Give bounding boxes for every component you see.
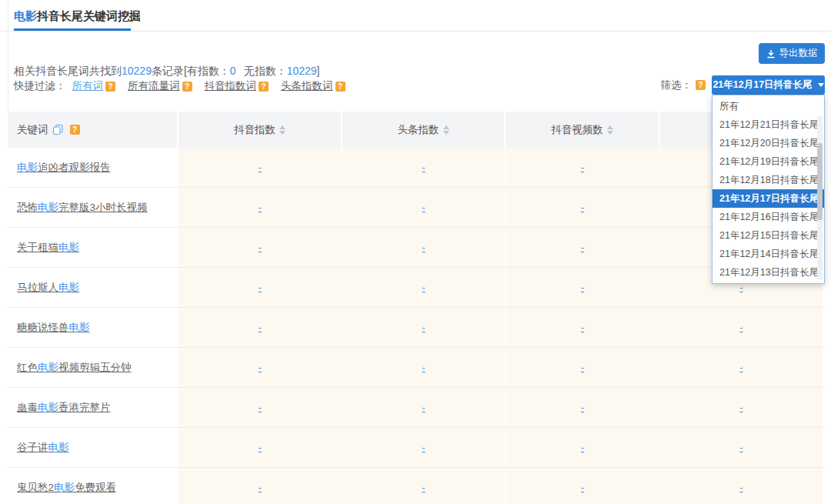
help-icon[interactable]: ? (182, 82, 192, 92)
quick-filter-link[interactable]: 所有流量词 (128, 79, 180, 93)
date-filter-dropdown-button[interactable]: 21年12月17日抖音长尾 (712, 75, 825, 95)
empty-value-link[interactable]: - (422, 282, 426, 293)
keyword-link[interactable]: 马拉斯人电影 (17, 281, 79, 295)
download-icon (766, 49, 776, 58)
sort-icon[interactable] (279, 125, 285, 135)
empty-value-link[interactable]: - (422, 402, 426, 413)
dropdown-option[interactable]: 21年12月19日抖音长尾 (713, 152, 824, 171)
summary-mid2: 无指数： (244, 65, 287, 77)
without-index-count: 10229 (287, 65, 317, 77)
help-icon[interactable]: ? (259, 82, 269, 92)
help-icon[interactable]: ? (335, 82, 345, 92)
empty-value-link[interactable]: - (422, 442, 426, 453)
keyword-mining-page: 电影抖音长尾关键词挖掘 导出数据 相关抖音长尾词共找到10229条记录[有指数：… (0, 0, 831, 504)
dropdown-option[interactable]: 21年12月13日抖音长尾 (713, 263, 824, 282)
empty-value-link[interactable]: - (422, 482, 426, 493)
empty-value-link[interactable]: - (259, 442, 262, 453)
keyword-link[interactable]: 鬼贝愁2电影免费观看 (17, 481, 116, 495)
sort-icon[interactable] (607, 125, 613, 135)
column-header-douyin-index[interactable]: 抖音指数 (179, 112, 342, 148)
empty-value-link[interactable]: - (581, 362, 584, 373)
column-header-label: 抖音指数 (234, 123, 275, 137)
dropdown-scrollbar-thumb[interactable] (817, 143, 823, 220)
table-row: 恐怖电影完整版3小时长视频---- (8, 188, 825, 228)
empty-value-link[interactable]: - (259, 202, 262, 213)
dropdown-option[interactable]: 21年12月21日抖音长尾 (713, 115, 824, 134)
empty-value-link[interactable]: - (422, 242, 426, 253)
quick-filter-link[interactable]: 抖音指数词 (205, 79, 257, 93)
dropdown-option[interactable]: 21年12月14日抖音长尾 (713, 245, 824, 263)
empty-value-link[interactable]: - (581, 322, 584, 333)
copy-icon[interactable] (52, 124, 64, 135)
keyword-text: 视频剪辑五分钟 (58, 362, 132, 373)
keyword-link[interactable]: 谷子讲电影 (17, 441, 69, 455)
empty-value-link[interactable]: - (422, 362, 426, 373)
column-header-toutiao-index[interactable]: 头条指数 (342, 112, 506, 148)
dropdown-option[interactable]: 21年12月20日抖音长尾 (713, 134, 824, 152)
empty-value-link[interactable]: - (581, 242, 584, 253)
empty-value-link[interactable]: - (422, 322, 426, 333)
empty-value-link[interactable]: - (259, 402, 262, 413)
quick-filter-all-words[interactable]: 所有词 ? (72, 79, 116, 93)
dropdown-option[interactable]: 所有 (713, 97, 824, 115)
help-icon[interactable]: ? (105, 82, 115, 92)
keyword-link[interactable]: 红色电影视频剪辑五分钟 (17, 361, 132, 375)
empty-value-link[interactable]: - (422, 162, 426, 173)
dropdown-option[interactable]: 21年12月16日抖音长尾 (713, 208, 824, 226)
index-value-cell: - (179, 468, 342, 504)
help-icon[interactable]: ? (696, 80, 706, 90)
empty-value-link[interactable]: - (740, 322, 743, 333)
keyword-highlight: 电影 (38, 202, 58, 213)
keyword-text: 免费观看 (75, 482, 116, 493)
keyword-link[interactable]: 糖糖说怪兽电影 (17, 321, 90, 335)
column-header-keyword: 关键词 ? (8, 112, 179, 148)
empty-value-link[interactable]: - (740, 362, 743, 373)
empty-value-link[interactable]: - (740, 482, 743, 493)
keyword-cell: 蛊毒电影香港完整片 (8, 388, 179, 427)
quick-filter-traffic-words[interactable]: 所有流量词 ? (128, 79, 192, 93)
keyword-cell: 马拉斯人电影 (8, 268, 179, 307)
keyword-link[interactable]: 关于租猫电影 (17, 241, 79, 255)
index-value-cell: - (179, 348, 342, 387)
sort-icon[interactable] (443, 125, 449, 135)
quick-filter-toutiao-index-words[interactable]: 头条指数词 ? (281, 79, 345, 93)
empty-value-link[interactable]: - (740, 442, 743, 453)
column-header-douyin-videos[interactable]: 抖音视频数 (506, 112, 660, 148)
keyword-text: 糖糖说怪兽 (17, 322, 69, 333)
empty-value-link[interactable]: - (259, 242, 262, 253)
empty-value-link[interactable]: - (581, 282, 584, 293)
empty-value-link[interactable]: - (259, 362, 262, 373)
quick-filter-link[interactable]: 头条指数词 (281, 79, 333, 93)
empty-value-link[interactable]: - (740, 402, 743, 413)
empty-value-link[interactable]: - (581, 402, 584, 413)
dropdown-option[interactable]: 21年12月15日抖音长尾 (713, 226, 824, 245)
index-value-cell: - (506, 148, 660, 187)
keyword-link[interactable]: 恐怖电影完整版3小时长视频 (17, 201, 148, 215)
index-value-cell: - (660, 308, 823, 347)
empty-value-link[interactable]: - (581, 482, 584, 493)
empty-value-link[interactable]: - (259, 282, 262, 293)
dropdown-option[interactable]: 21年12月18日抖音长尾 (713, 171, 824, 189)
dropdown-option-selected[interactable]: 21年12月17日抖音长尾 (713, 189, 824, 208)
keyword-highlight: 电影 (17, 162, 38, 173)
empty-value-link[interactable]: - (259, 322, 262, 333)
quick-filter-douyin-index-words[interactable]: 抖音指数词 ? (205, 79, 269, 93)
empty-value-link[interactable]: - (422, 202, 426, 213)
index-value-cell: - (179, 188, 342, 227)
quick-filter-link[interactable]: 所有词 (72, 79, 104, 93)
empty-value-link[interactable]: - (259, 162, 262, 173)
keyword-highlight: 电影 (38, 362, 58, 373)
keyword-cell: 电影追凶者观影报告 (8, 148, 179, 187)
empty-value-link[interactable]: - (259, 482, 262, 493)
empty-value-link[interactable]: - (581, 162, 584, 173)
keyword-text: 鬼贝愁2 (17, 482, 54, 493)
empty-value-link[interactable]: - (581, 442, 584, 453)
help-icon[interactable]: ? (70, 125, 80, 135)
keyword-link[interactable]: 电影追凶者观影报告 (17, 161, 111, 175)
empty-value-link[interactable]: - (581, 202, 584, 213)
index-value-cell: - (506, 428, 660, 467)
keyword-link[interactable]: 蛊毒电影香港完整片 (17, 401, 111, 415)
table-row: 蛊毒电影香港完整片---- (8, 388, 825, 428)
export-data-button[interactable]: 导出数据 (759, 43, 825, 64)
index-value-cell: - (342, 468, 506, 504)
